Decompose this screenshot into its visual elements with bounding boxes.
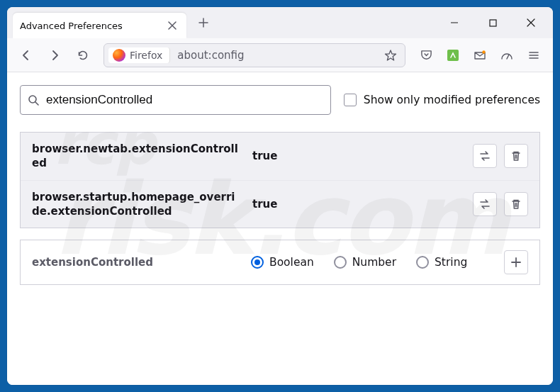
window-controls (438, 7, 547, 34)
radio-string[interactable]: String (416, 256, 467, 269)
close-window-button[interactable] (515, 11, 547, 34)
dashboard-button[interactable] (495, 43, 519, 67)
pocket-button[interactable] (414, 43, 438, 67)
pref-row[interactable]: browser.newtab.extensionControlled true (21, 133, 539, 181)
svg-point-2 (482, 50, 485, 53)
type-radio-group: Boolean Number String (251, 256, 494, 269)
maximize-button[interactable] (476, 11, 509, 34)
browser-window: Advanced Preferences Firefox about:confi… (7, 7, 553, 385)
search-box[interactable] (20, 85, 331, 115)
tab-title: Advanced Preferences (20, 21, 159, 31)
forward-button[interactable] (43, 43, 67, 67)
search-row: Show only modified preferences (20, 85, 540, 115)
minimize-button[interactable] (438, 11, 471, 34)
search-icon (28, 94, 39, 106)
show-modified-checkbox[interactable]: Show only modified preferences (344, 94, 540, 106)
pref-value: true (252, 198, 461, 211)
url-text: about:config (177, 49, 244, 62)
pref-value: true (252, 150, 461, 162)
add-pref-button[interactable] (504, 250, 528, 274)
radio-boolean[interactable]: Boolean (251, 256, 314, 269)
identity-box[interactable]: Firefox (108, 47, 170, 63)
toggle-button[interactable] (473, 192, 497, 216)
radio-label: Number (352, 256, 396, 269)
radio-label: String (435, 256, 467, 269)
checkbox-icon (344, 94, 357, 106)
radio-icon (334, 256, 347, 269)
toggle-button[interactable] (473, 144, 497, 168)
titlebar: Advanced Preferences (7, 7, 553, 38)
about-config-content: Show only modified preferences browser.n… (7, 72, 553, 385)
reload-button[interactable] (71, 43, 95, 67)
bookmark-star-icon[interactable] (381, 45, 401, 65)
row-actions (473, 144, 528, 168)
prefs-table: browser.newtab.extensionControlled true … (20, 132, 540, 228)
app-menu-button[interactable] (522, 43, 546, 67)
pref-name: browser.startup.homepage_override.extens… (32, 190, 241, 219)
pref-name: browser.newtab.extensionControlled (32, 142, 241, 171)
toolbar: Firefox about:config (7, 38, 553, 72)
new-pref-row: extensionControlled Boolean Number Strin… (20, 240, 540, 285)
svg-rect-0 (490, 20, 496, 26)
mail-button[interactable] (468, 43, 492, 67)
new-pref-name: extensionControlled (32, 256, 241, 269)
toolbar-right (414, 43, 546, 67)
checkbox-label: Show only modified preferences (364, 94, 540, 106)
row-actions (473, 192, 528, 216)
firefox-logo-icon (113, 49, 125, 62)
close-tab-button[interactable] (165, 18, 179, 33)
pref-row[interactable]: browser.startup.homepage_override.extens… (21, 181, 539, 228)
identity-label: Firefox (130, 50, 162, 61)
radio-icon (251, 256, 264, 269)
radio-icon (416, 256, 429, 269)
delete-button[interactable] (504, 144, 528, 168)
urlbar[interactable]: Firefox about:config (103, 43, 405, 67)
svg-rect-1 (447, 50, 459, 61)
delete-button[interactable] (504, 192, 528, 216)
search-input[interactable] (46, 93, 323, 107)
radio-number[interactable]: Number (334, 256, 396, 269)
extension-button[interactable] (441, 43, 465, 67)
browser-tab[interactable]: Advanced Preferences (13, 13, 186, 38)
new-tab-button[interactable] (192, 11, 215, 34)
radio-label: Boolean (269, 256, 314, 269)
back-button[interactable] (14, 43, 38, 67)
